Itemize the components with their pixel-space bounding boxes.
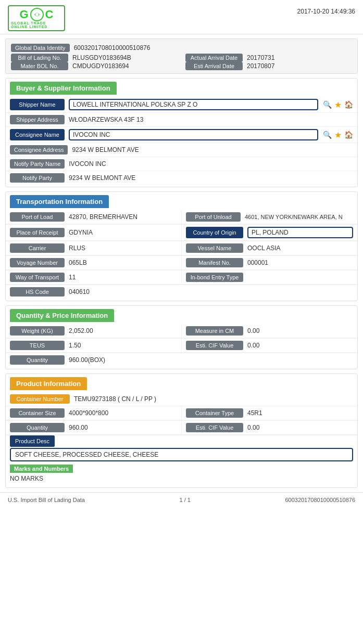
prod-esti-cif-field: Esti. CIF Value 0.00 [181,421,357,435]
product-desc-value: SOFT CHEESE, PROCESSED CHEESE, CHEESE [10,448,353,461]
shipper-address-value: WŁODARZEWSKA 43F 13 [69,116,353,123]
footer-center: 1 / 1 [179,497,190,503]
arrival-esti-label: Esti Arrival Date [185,62,243,70]
port-load-field: Port of Load 42870, BREMERHAVEN [6,210,181,224]
marks-row: Marks and Numbers NO MARKS [6,462,357,485]
manifest-value: 000001 [247,259,353,266]
global-data-label: Global Data Identity [11,44,70,52]
container-size-row: Container Size 4000*900*800 Container Ty… [6,406,357,421]
measure-field: Measure in CM 0.00 [181,324,357,338]
carrier-value: RLUS [69,244,177,252]
transportation-header: Transportation Information [10,195,109,208]
hs-code-row: HS Code 040610 [6,285,357,299]
country-origin-label: Country of Origin [186,227,243,238]
arrival-actual-value: 20170731 [247,54,274,61]
quantity-price-body: Weight (KG) 2,052.00 Measure in CM 0.00 … [6,324,357,369]
bol-label: Bill of Lading No. [11,54,68,62]
qp-quantity-label: Quantity [10,355,65,365]
prod-quantity-label: Quantity [10,423,65,432]
shipper-name-label: Shipper Name [10,99,65,110]
weight-label: Weight (KG) [10,326,65,336]
container-size-field: Container Size 4000*900*800 [6,406,181,420]
vessel-field: Vessel Name OOCL ASIA [181,241,357,255]
voyage-field: Voyage Number 065LB [6,256,181,270]
product-desc-row: Product Desc [6,435,357,447]
bol-row: Bill of Lading No. RLUSGDY0183694B Actua… [11,54,352,62]
bol-value: RLUSGDY0183694B [72,54,131,61]
port-unload-field: Port of Unload 4601, NEW YORK/NEWARK ARE… [181,210,357,224]
port-row: Port of Load 42870, BREMERHAVEN Port of … [6,210,357,225]
carrier-row: Carrier RLUS Vessel Name OOCL ASIA [6,241,357,256]
star-icon2[interactable]: ★ [334,130,342,140]
carrier-label: Carrier [10,243,65,253]
consignee-name-value: IVOCON INC [69,129,318,140]
star-icon[interactable]: ★ [334,100,342,110]
manifest-field: Manifest No. 000001 [181,256,357,270]
page-header: G C GLOBAL TRADE ONLINE LIMITED 2017-10-… [0,0,363,34]
qp-quantity-row: Quantity 960.00(BOX) [6,353,357,367]
timestamp: 2017-10-20 14:49:36 [297,5,355,15]
way-value: 11 [69,274,177,281]
weight-field: Weight (KG) 2,052.00 [6,324,181,338]
mater-bol-left: Mater BOL No. CMDUGDY0183694 [11,62,178,70]
teus-value: 1.50 [69,342,177,349]
marks-label: Marks and Numbers [10,465,73,473]
hs-code-value: 040610 [69,288,353,295]
place-receipt-label: Place of Receipt [10,228,65,237]
quantity-price-header: Quantity & Price Information [10,309,114,322]
arrival-esti: Esti Arrival Date 20170807 [185,62,352,70]
shipper-name-row: Shipper Name LOWELL INTERNATIONAL POLSKA… [6,97,357,113]
search-icon[interactable]: 🔍 [322,100,332,109]
teus-field: TEUS 1.50 [6,339,181,353]
buyer-supplier-body: Shipper Name LOWELL INTERNATIONAL POLSKA… [6,97,357,187]
logo-g2: C [45,9,54,20]
port-load-value: 42870, BREMERHAVEN [69,213,177,221]
footer-left: U.S. Import Bill of Lading Data [8,497,85,503]
global-data-value: 6003201708010000510876 [74,44,151,51]
notify-party-name-row: Notify Party Name IVOCON INC [6,157,357,171]
esti-cif-value: 0.00 [247,342,353,349]
port-load-label: Port of Load [10,212,65,222]
transportation-section: Transportation Information Port of Load … [5,191,358,301]
way-label: Way of Transport [10,273,65,282]
carrier-field: Carrier RLUS [6,241,181,255]
hs-code-label: HS Code [10,287,65,297]
way-field: Way of Transport 11 [6,271,181,285]
container-number-row: Container Number TEMU9273188 ( CN / L / … [6,392,357,406]
footer-right: 6003201708010000510876 [285,497,355,503]
teus-row: TEUS 1.50 Esti. CIF Value 0.00 [6,339,357,353]
voyage-label: Voyage Number [10,258,65,267]
shipper-name-value: LOWELL INTERNATIONAL POLSKA SP Z O [69,99,318,110]
arrival-actual-label: Actual Arrival Date [185,54,243,62]
container-size-value: 4000*900*800 [69,409,177,417]
logo-box: G C GLOBAL TRADE ONLINE LIMITED [8,5,65,31]
consignee-address-label: Consignee Address [10,145,68,154]
notify-party-value: 9234 W BELMONT AVE [69,174,353,182]
manifest-label: Manifest No. [186,258,243,267]
bol-left: Bill of Lading No. RLUSGDY0183694B [11,54,178,62]
country-origin-field: Country of Origin PL, POLAND [181,225,357,241]
home-icon[interactable]: 🏠 [344,100,353,109]
prod-quantity-value: 960.00 [69,424,177,431]
prod-quantity-row: Quantity 960.00 Esti. CIF Value 0.00 [6,421,357,435]
notify-party-label: Notify Party [10,173,65,183]
product-info-body: Container Number TEMU9273188 ( CN / L / … [6,392,357,487]
country-origin-value: PL, POLAND [247,227,353,238]
marks-value: NO MARKS [6,474,357,485]
voyage-row: Voyage Number 065LB Manifest No. 000001 [6,256,357,271]
prod-esti-cif-value: 0.00 [247,424,353,431]
inbond-field: In-bond Entry Type [181,271,357,285]
logo-icon [30,8,44,21]
mater-bol-value: CMDUGDY0183694 [72,62,129,70]
mater-bol-label: Mater BOL No. [11,62,68,70]
product-info-section: Product Information Container Number TEM… [5,373,358,488]
page-footer: U.S. Import Bill of Lading Data 1 / 1 60… [0,492,363,507]
shipper-address-label: Shipper Address [10,115,65,124]
home-icon2[interactable]: 🏠 [344,131,353,139]
global-data-row: Global Data Identity 6003201708010000510… [11,42,352,54]
arrival-actual: Actual Arrival Date 20170731 [185,54,352,62]
search-icon2[interactable]: 🔍 [322,130,332,139]
container-number-value: TEMU9273188 ( CN / L / PP ) [74,395,353,403]
container-number-label: Container Number [10,394,70,404]
port-unload-value: 4601, NEW YORK/NEWARK AREA, N [245,214,353,220]
